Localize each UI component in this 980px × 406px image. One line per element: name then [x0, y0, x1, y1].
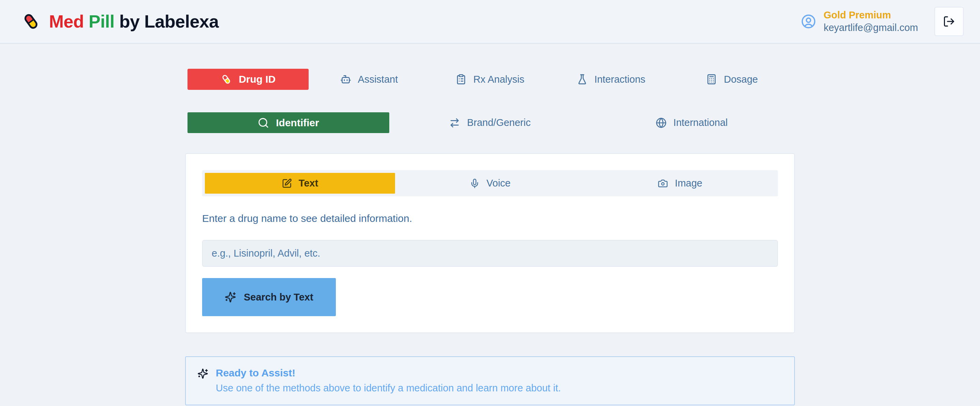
- camera-icon: [658, 178, 668, 188]
- tab-rx-analysis[interactable]: Rx Analysis: [430, 69, 550, 90]
- tab-dosage[interactable]: Dosage: [671, 69, 792, 90]
- pill-logo-icon: [21, 11, 41, 31]
- tab-drug-id[interactable]: Drug ID: [188, 69, 309, 90]
- app-title: Med Pill by Labelexa: [49, 11, 219, 32]
- app-header: Med Pill by Labelexa Gold Premium keyart…: [0, 0, 980, 44]
- account-info: Gold Premium keyartlife@gmail.com: [824, 9, 918, 34]
- globe-icon: [656, 118, 667, 128]
- tab-brand-generic[interactable]: Brand/Generic: [389, 112, 591, 133]
- tab-label: Dosage: [724, 74, 758, 85]
- tab-label: Identifier: [276, 117, 319, 129]
- tab-text-method[interactable]: Text: [205, 173, 395, 194]
- tab-label: Drug ID: [239, 73, 275, 85]
- tab-image-method[interactable]: Image: [585, 173, 775, 194]
- app-title-med: Med: [49, 11, 84, 31]
- instruction-text: Enter a drug name to see detailed inform…: [202, 212, 778, 225]
- status-box: Ready to Assist! Use one of the methods …: [185, 356, 795, 405]
- brand: Med Pill by Labelexa: [21, 11, 219, 32]
- tab-interactions[interactable]: Interactions: [550, 69, 672, 90]
- tab-identifier[interactable]: Identifier: [188, 112, 389, 133]
- search-by-text-button[interactable]: Search by Text: [202, 278, 336, 316]
- user-avatar-icon: [801, 14, 816, 29]
- account-email: keyartlife@gmail.com: [824, 21, 918, 34]
- logout-button[interactable]: [934, 7, 964, 36]
- tab-label: Text: [299, 178, 318, 189]
- method-tab-bar: Text Voice Image: [202, 170, 778, 196]
- logout-icon: [943, 15, 955, 27]
- calculator-icon: [706, 74, 717, 85]
- sparkles-icon: [197, 368, 208, 379]
- search-icon: [258, 117, 269, 129]
- status-title: Ready to Assist!: [216, 368, 561, 379]
- tab-label: Assistant: [358, 74, 398, 85]
- sparkles-icon: [224, 291, 236, 303]
- pill-icon: [221, 73, 232, 85]
- account-area: Gold Premium keyartlife@gmail.com: [801, 7, 964, 36]
- app-title-pill: Pill: [89, 11, 115, 31]
- flask-icon: [577, 74, 588, 85]
- drug-name-input[interactable]: [202, 240, 778, 267]
- identifier-card: Text Voice Image Enter a drug name to se…: [185, 153, 795, 333]
- swap-arrows-icon: [449, 118, 460, 128]
- account-tier: Gold Premium: [824, 9, 918, 21]
- tab-international[interactable]: International: [591, 112, 792, 133]
- search-button-label: Search by Text: [243, 291, 313, 303]
- tab-assistant[interactable]: Assistant: [309, 69, 430, 90]
- tab-label: International: [673, 117, 728, 128]
- tab-label: Interactions: [595, 74, 646, 85]
- secondary-tab-bar: Identifier Brand/Generic International: [188, 112, 792, 133]
- mic-icon: [469, 178, 480, 188]
- primary-tab-bar: Drug ID Assistant Rx Analysis: [188, 69, 792, 90]
- tab-voice-method[interactable]: Voice: [395, 173, 585, 194]
- tab-label: Image: [675, 178, 702, 189]
- status-text: Ready to Assist! Use one of the methods …: [216, 368, 561, 393]
- tab-label: Brand/Generic: [467, 117, 530, 128]
- bot-icon: [340, 74, 351, 85]
- main-content: Drug ID Assistant Rx Analysis: [0, 69, 980, 405]
- tab-label: Voice: [487, 178, 511, 189]
- edit-icon: [282, 178, 292, 188]
- clipboard-icon: [456, 74, 466, 85]
- status-message: Use one of the methods above to identify…: [216, 383, 561, 393]
- tab-label: Rx Analysis: [473, 74, 524, 85]
- app-title-suffix: by Labelexa: [119, 11, 218, 31]
